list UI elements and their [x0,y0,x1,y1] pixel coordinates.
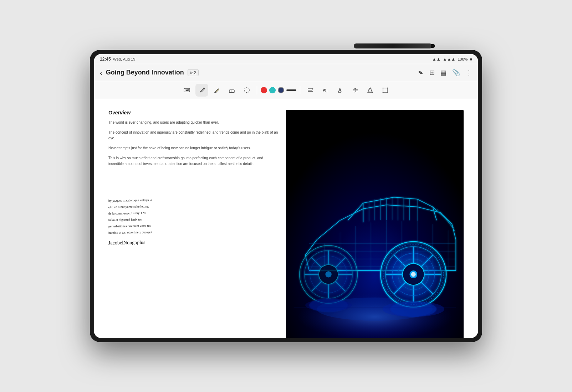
drawing-toolbar: A T A [94,81,478,99]
keyboard-tool[interactable] [180,84,193,97]
svg-point-12 [244,88,249,93]
text-size-tool[interactable]: A T [319,84,332,97]
status-time: 12:45 [100,57,111,62]
svg-point-78 [383,301,444,317]
svg-point-66 [326,271,332,277]
svg-point-36 [383,87,384,88]
svg-rect-35 [383,88,387,92]
image-section [286,110,464,338]
grid-icon[interactable]: ▦ [440,69,446,77]
text-section: Overview The world is ever-changing, and… [108,110,279,338]
overview-title: Overview [108,110,279,115]
collaboration-badge[interactable]: & 2 [188,69,199,76]
highlighter-tool[interactable] [210,84,223,97]
svg-point-37 [387,87,388,88]
collab-icon: & [190,70,193,75]
eraser-tool[interactable] [225,84,238,97]
layout-icon[interactable]: ⊞ [429,69,435,77]
toolbar-divider-1 [257,86,257,94]
svg-point-7 [200,91,201,92]
paragraph-1: The world is ever-changing, and users ar… [108,120,279,125]
page-canvas[interactable]: Overview The world is ever-changing, and… [94,99,478,338]
shapes-tool[interactable] [364,84,377,97]
toolbar-divider-2 [300,86,300,94]
text-align-tool[interactable] [304,84,317,97]
content-area: Overview The world is ever-changing, and… [94,99,478,338]
status-right: ▲▲ ▲▲▲ 100% ■ [432,57,472,62]
text-spacing-tool[interactable] [349,84,362,97]
line-thickness[interactable] [286,89,296,91]
text-style-tool[interactable]: A [334,84,347,97]
signal-icon: ▲▲▲ [443,57,456,62]
collab-count: 2 [194,70,196,75]
transform-tool[interactable] [379,84,392,97]
status-bar: 12:45 Wed, Aug 19 ▲▲ ▲▲▲ 100% ■ [94,54,478,64]
paragraph-3: New attempts just for the sake of being … [108,145,279,151]
status-date: Wed, Aug 19 [113,57,136,61]
car-wireframe-image [286,110,464,338]
battery-icon: ■ [470,57,472,61]
svg-point-48 [411,272,416,277]
svg-text:A: A [338,87,342,93]
svg-point-79 [305,299,352,311]
svg-point-39 [387,92,388,93]
wifi-icon: ▲▲ [432,57,441,62]
stylus [354,43,432,48]
color-red[interactable] [261,87,267,93]
title-right: ✒ ⊞ ▦ 📎 ⋮ [418,68,472,77]
color-teal[interactable] [269,87,276,93]
more-options-icon[interactable]: ⋮ [466,69,472,77]
title-left: ‹ Going Beyond Innovation & 2 [100,69,199,76]
tablet-screen: 12:45 Wed, Aug 19 ▲▲ ▲▲▲ 100% ■ ‹ Going … [94,54,478,338]
document-title: Going Beyond Innovation [106,69,184,76]
signature: JacobelNongoplus [108,237,279,246]
pen-tool[interactable] [195,84,208,97]
lasso-tool[interactable] [240,84,253,97]
attachment-icon[interactable]: 📎 [452,69,460,77]
battery-text: 100% [458,57,468,61]
handwriting-section: by jacques maurier, que voltigiela elit,… [108,192,279,248]
svg-rect-9 [229,90,234,93]
svg-point-38 [383,92,384,93]
pen-settings-icon[interactable]: ✒ [416,67,425,78]
svg-text:T: T [326,90,328,93]
svg-point-13 [246,92,247,93]
paragraph-4: This is why so much effort and craftsman… [108,155,279,167]
tablet-device: 12:45 Wed, Aug 19 ▲▲ ▲▲▲ 100% ■ ‹ Going … [90,50,482,342]
paragraph-2: The concept of innovation and ingenuity … [108,130,279,141]
page-layout: Overview The world is ever-changing, and… [108,110,464,338]
color-dark-blue[interactable] [278,87,284,93]
title-bar: ‹ Going Beyond Innovation & 2 ✒ ⊞ ▦ 📎 ⋮ [94,64,478,81]
back-button[interactable]: ‹ [100,69,102,76]
status-left: 12:45 Wed, Aug 19 [100,57,136,62]
